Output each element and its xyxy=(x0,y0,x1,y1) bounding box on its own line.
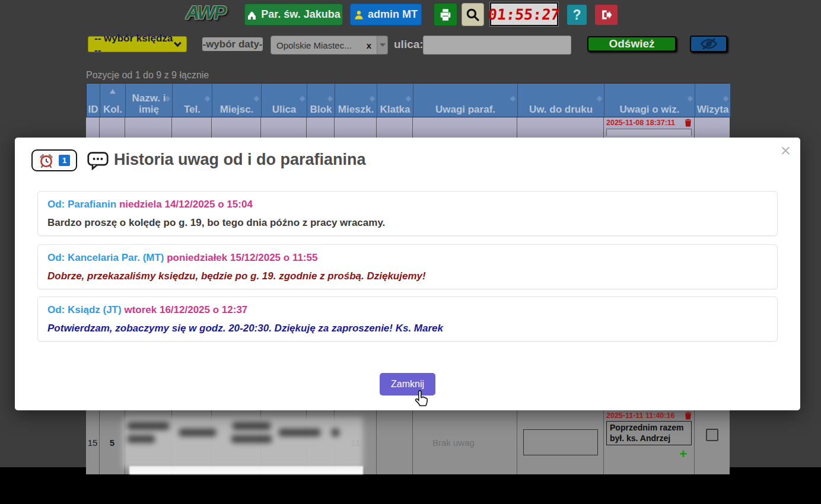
street-input[interactable] xyxy=(423,36,571,55)
message-datetime: poniedziałek 15/12/2025 o 11:55 xyxy=(167,252,317,263)
column-header-uwagi-o-wiz[interactable]: Uwagi o wiz. xyxy=(604,84,695,117)
priest-select[interactable]: -- wybór księdza -- xyxy=(88,36,187,52)
user-button-label: admin MT xyxy=(368,8,418,21)
visit-note-timestamp: 2025-11-11 11:40:16 xyxy=(606,412,674,420)
cell-wizyta xyxy=(695,410,730,474)
mouse-cursor-pointer xyxy=(413,389,430,408)
alarm-counter-button[interactable]: 1 xyxy=(31,149,77,171)
visit-note-text[interactable]: Poprzednim razem był. ks. Andrzej xyxy=(606,421,692,445)
column-header-blok[interactable]: Blok xyxy=(307,84,335,117)
sort-asc-icon xyxy=(110,89,116,94)
session-clock: 01:55:27 xyxy=(490,2,558,26)
sort-icon xyxy=(688,96,693,102)
dropdown-arrow-icon xyxy=(380,43,386,47)
message-card: Od: Kancelaria Par. (MT) poniedziałek 15… xyxy=(37,244,778,289)
visit-notes-cell: 2025-11-11 11:40:16 Poprzednim razem był… xyxy=(604,410,694,474)
column-header-uw-do-druku[interactable]: Uw. do druku xyxy=(518,84,604,117)
visit-note-timestamp: 2025-11-08 18:37:11 xyxy=(606,119,675,127)
table-summary: Pozycje od 1 do 9 z 9 łącznie xyxy=(86,70,730,83)
street-label: ulica: xyxy=(394,38,424,51)
cell-uw-do-druku xyxy=(517,410,603,474)
printer-icon xyxy=(439,8,452,21)
column-header-miejsc[interactable]: Miejsc. xyxy=(212,84,261,117)
user-icon xyxy=(354,10,364,20)
message-body: Dobrze, przekazaliśmy księdzu, będzie po… xyxy=(47,270,768,282)
print-button[interactable] xyxy=(434,3,457,26)
eye-slash-icon xyxy=(700,38,718,50)
sort-icon xyxy=(254,96,260,102)
city-select-arrow[interactable] xyxy=(377,36,388,55)
city-clear-icon[interactable]: x xyxy=(367,40,371,50)
visit-note-box-partial xyxy=(606,129,692,136)
speech-bubble-icon xyxy=(87,152,109,170)
date-picker-label: -wybór daty- xyxy=(202,39,262,50)
modal-title: Historia uwag od i do parafianina xyxy=(114,151,366,169)
column-header-wizyta[interactable]: Wizyta xyxy=(695,84,730,117)
trash-icon[interactable] xyxy=(685,119,692,127)
print-note-input[interactable] xyxy=(523,429,598,455)
sort-icon xyxy=(406,96,412,102)
city-select[interactable]: Opolskie Miastec... x xyxy=(271,36,377,55)
column-header-tel[interactable]: Tel. xyxy=(173,84,212,117)
column-header-kol[interactable]: Kol. xyxy=(100,84,125,117)
refresh-button-label: Odśwież xyxy=(609,37,654,50)
toggle-visibility-button[interactable] xyxy=(690,36,727,52)
sort-icon xyxy=(327,96,333,102)
column-header-mieszk[interactable]: Mieszk. xyxy=(335,84,377,117)
logout-icon xyxy=(600,9,612,21)
parish-button-label: Par. św. Jakuba xyxy=(261,8,340,21)
search-icon xyxy=(466,8,480,22)
alarm-count-badge: 1 xyxy=(59,155,70,166)
column-header-id[interactable]: ID xyxy=(87,84,100,117)
sort-icon xyxy=(300,96,306,102)
search-button[interactable] xyxy=(462,3,484,26)
trash-icon[interactable] xyxy=(685,412,692,420)
parish-button[interactable]: Par. św. Jakuba xyxy=(244,4,343,25)
message-card: Od: Ksiądz (JT) wtorek 16/12/2025 o 12:3… xyxy=(37,296,778,342)
date-picker-button[interactable]: -wybór daty- xyxy=(202,37,263,51)
city-select-value: Opolskie Miastec... xyxy=(276,40,367,50)
app-logo: AWP xyxy=(186,2,225,24)
redaction-strip xyxy=(129,466,363,474)
column-header-uwagi-paraf[interactable]: Uwagi paraf. xyxy=(413,84,517,117)
sort-icon xyxy=(205,96,211,102)
help-icon: ? xyxy=(572,7,581,23)
message-datetime: wtorek 16/12/2025 o 12:37 xyxy=(124,304,247,315)
sort-icon xyxy=(597,96,603,102)
sort-icon xyxy=(510,96,516,102)
column-header-ulica[interactable]: Ulica xyxy=(262,84,307,117)
cell-kol: 5 xyxy=(100,410,125,474)
column-header-nazwisko[interactable]: Nazw. i imię xyxy=(126,84,172,117)
message-datetime: niedziela 14/12/2025 o 15:04 xyxy=(119,199,253,210)
refresh-button[interactable]: Odśwież xyxy=(587,36,676,52)
logout-button[interactable] xyxy=(595,5,618,25)
add-note-button[interactable]: + xyxy=(606,448,692,461)
redacted-personal-data xyxy=(123,416,363,468)
visit-checkbox[interactable] xyxy=(706,429,718,441)
message-body: Potwierdzam, zobaczymy się w godz. 20-20… xyxy=(47,323,768,334)
message-sender: Od: Ksiądz (JT) xyxy=(47,304,122,315)
message-sender: Od: Kancelaria Par. (MT) xyxy=(47,252,164,263)
cell-id: 15 xyxy=(86,410,99,474)
priest-select-value: -- wybór księdza -- xyxy=(94,33,175,56)
column-header-klatka[interactable]: Klatka xyxy=(377,84,413,117)
sort-icon xyxy=(370,96,376,102)
sort-icon xyxy=(723,96,729,102)
table-header-row: ID Kol. Nazw. i imię Tel. Miejsc. Ulica … xyxy=(86,83,730,117)
session-clock-time: 01:55:27 xyxy=(488,6,561,23)
history-modal: 1 Historia uwag od i do parafianina × Od… xyxy=(15,138,800,410)
cell-uwagi-paraf: Brak uwag xyxy=(413,410,517,474)
alarm-clock-icon xyxy=(39,153,54,168)
message-body: Bardzo proszę o kolędę po g. 19, bo tego… xyxy=(47,217,768,229)
close-icon[interactable]: × xyxy=(780,139,791,162)
user-button[interactable]: admin MT xyxy=(350,4,422,25)
help-button[interactable]: ? xyxy=(567,5,587,25)
church-icon xyxy=(247,9,257,20)
message-card: Od: Parafianin niedziela 14/12/2025 o 15… xyxy=(37,191,778,236)
message-sender: Od: Parafianin xyxy=(47,199,116,210)
cell-klatka xyxy=(377,410,412,474)
